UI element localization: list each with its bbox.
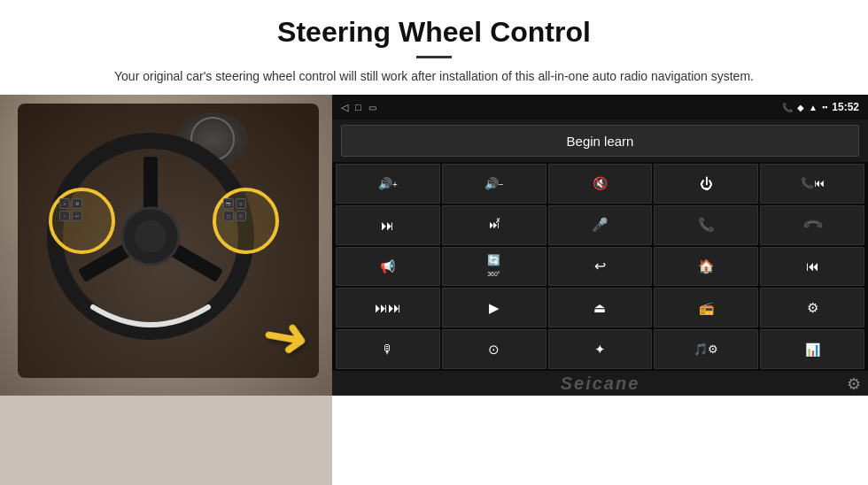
- menu-button[interactable]: ⊙: [442, 329, 546, 369]
- ff-skip-icon: ⏭✗: [489, 219, 500, 231]
- fast-forward-icon: ⏭⏭: [375, 300, 401, 315]
- back-nav-icon[interactable]: ◁: [341, 102, 348, 113]
- svg-point-5: [135, 220, 167, 252]
- status-nav-icons: ◁ □ ▭: [341, 102, 376, 113]
- horn-icon: 📢: [380, 259, 395, 273]
- begin-learn-row: Begin learn: [332, 119, 868, 162]
- eject-icon: ⏏: [593, 300, 606, 316]
- play-button[interactable]: ▶: [442, 288, 546, 327]
- music-settings-icon: 🎵⚙: [694, 343, 718, 356]
- status-right-icons: 📞 ◆ ▲ ▪▪ 15:52: [782, 101, 859, 113]
- voice-button[interactable]: 🎙: [336, 329, 440, 369]
- spectrum-button[interactable]: 📊: [760, 329, 864, 369]
- bluetooth-icon: ✦: [594, 342, 606, 358]
- equalizer-button[interactable]: ⚙: [760, 288, 864, 327]
- settings-gear-icon: ⚙: [847, 375, 861, 393]
- car-image-area: + ⚙ − ↩ 📷 ◇ ◻ ◇: [0, 95, 332, 485]
- seicane-watermark: Seicane: [561, 373, 640, 394]
- vol-down-icon: 🔊−: [484, 177, 504, 190]
- begin-learn-button[interactable]: Begin learn: [341, 125, 859, 157]
- vol-down-button[interactable]: 🔊−: [442, 164, 546, 204]
- wifi-status-icon: ▲: [809, 103, 818, 112]
- camera360-button[interactable]: 🔄360°: [442, 247, 546, 287]
- vol-up-icon: 🔊+: [378, 177, 398, 190]
- header: Steering Wheel Control Your original car…: [0, 0, 868, 95]
- next-track-icon: ⏭: [381, 218, 394, 233]
- hangup-icon: 📞: [801, 213, 824, 236]
- camera360-icon: 🔄360°: [487, 254, 500, 279]
- location-status-icon: ◆: [797, 103, 804, 112]
- back-button[interactable]: ↩: [548, 247, 653, 287]
- ff-skip-button[interactable]: ⏭✗: [442, 205, 546, 245]
- controls-grid: 🔊+ 🔊− 🔇 ⏻ 📞⏮ ⏭ ⏭✗: [332, 162, 868, 371]
- phone-button[interactable]: 📞: [654, 205, 758, 245]
- eject-button[interactable]: ⏏: [548, 288, 653, 327]
- prev-track-button[interactable]: ⏮: [760, 247, 864, 287]
- voice-icon: 🎙: [382, 343, 394, 357]
- page-title: Steering Wheel Control: [53, 16, 815, 49]
- next-track-button[interactable]: ⏭: [336, 205, 440, 245]
- title-divider: [416, 56, 452, 58]
- prev-track-icon: ⏮: [806, 258, 819, 273]
- page-subtitle: Your original car's steering wheel contr…: [97, 67, 771, 86]
- android-ui: ◁ □ ▭ 📞 ◆ ▲ ▪▪ 15:52 Begin learn: [332, 95, 868, 396]
- phone-status-icon: 📞: [782, 103, 793, 112]
- arrow-icon: ➜: [258, 304, 314, 368]
- clock: 15:52: [832, 101, 859, 113]
- radio-icon: 📻: [699, 301, 714, 315]
- horn-button[interactable]: 📢: [336, 247, 440, 287]
- radio-button[interactable]: 📻: [654, 288, 758, 327]
- music-settings-button[interactable]: 🎵⚙: [654, 329, 758, 369]
- car-background: + ⚙ − ↩ 📷 ◇ ◻ ◇: [0, 95, 332, 396]
- spectrum-icon: 📊: [805, 343, 820, 357]
- call-prev-icon: 📞⏮: [801, 177, 825, 189]
- status-bar: ◁ □ ▭ 📞 ◆ ▲ ▪▪ 15:52: [332, 95, 868, 119]
- phone-icon: 📞: [698, 217, 715, 233]
- recents-nav-icon[interactable]: ▭: [368, 103, 376, 112]
- call-prev-button[interactable]: 📞⏮: [760, 164, 864, 204]
- play-icon: ▶: [489, 300, 500, 316]
- vol-up-button[interactable]: 🔊+: [336, 164, 440, 204]
- home-nav-icon[interactable]: □: [355, 102, 361, 112]
- equalizer-icon: ⚙: [807, 300, 818, 316]
- bluetooth-button[interactable]: ✦: [548, 329, 653, 369]
- content-row: + ⚙ − ↩ 📷 ◇ ◻ ◇: [0, 95, 868, 485]
- home-icon: 🏠: [698, 258, 715, 274]
- back-icon: ↩: [594, 258, 606, 274]
- home-button[interactable]: 🏠: [654, 247, 758, 287]
- mute-button[interactable]: 🔇: [548, 164, 653, 204]
- menu-icon: ⊙: [488, 342, 500, 358]
- settings-button[interactable]: ⚙: [847, 374, 861, 394]
- power-icon: ⏻: [700, 176, 713, 191]
- battery-icon: ▪▪: [822, 103, 827, 112]
- svg-rect-1: [143, 157, 158, 212]
- hangup-button[interactable]: 📞: [760, 205, 864, 245]
- android-bottom: Seicane ⚙: [332, 371, 868, 396]
- mic-button[interactable]: 🎤: [548, 205, 653, 245]
- mic-icon: 🎤: [592, 217, 608, 233]
- fast-forward-button[interactable]: ⏭⏭: [336, 288, 440, 327]
- power-button[interactable]: ⏻: [654, 164, 758, 204]
- mute-icon: 🔇: [593, 176, 608, 190]
- page: Steering Wheel Control Your original car…: [0, 0, 868, 485]
